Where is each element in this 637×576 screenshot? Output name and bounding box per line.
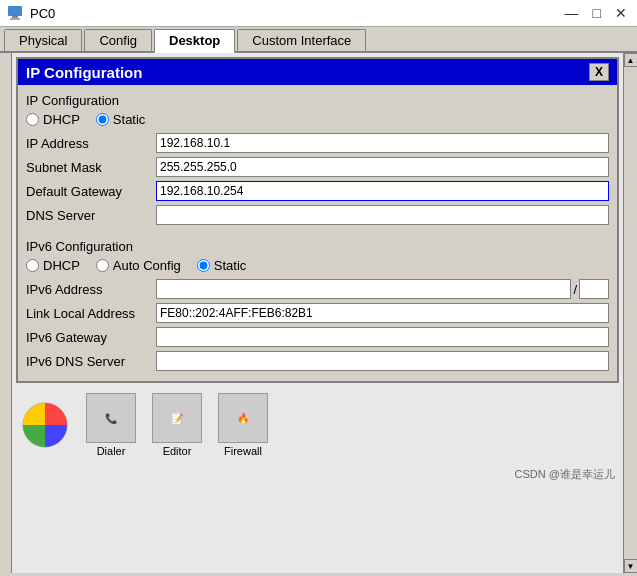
link-local-label: Link Local Address [26, 306, 156, 321]
tab-desktop[interactable]: Desktop [154, 29, 235, 53]
ipv6-static-radio-item[interactable]: Static [197, 258, 247, 273]
dns-server-label: DNS Server [26, 208, 156, 223]
main-content: IP Configuration X IP Configuration DHCP… [0, 53, 637, 573]
title-bar: PC0 — □ ✕ [0, 0, 637, 27]
ipv6-gateway-row: IPv6 Gateway [26, 327, 609, 347]
ipv6-section-label: IPv6 Configuration [26, 239, 609, 254]
subnet-mask-label: Subnet Mask [26, 160, 156, 175]
ipv6-auto-radio-item[interactable]: Auto Config [96, 258, 181, 273]
ipv6-dhcp-radio-item[interactable]: DHCP [26, 258, 80, 273]
tab-bar: Physical Config Desktop Custom Interface [0, 27, 637, 53]
editor-icon: 📝 [152, 393, 202, 443]
dhcp-label: DHCP [43, 112, 80, 127]
ipv6-gateway-label: IPv6 Gateway [26, 330, 156, 345]
default-gateway-row: Default Gateway [26, 181, 609, 201]
static-radio[interactable] [96, 113, 109, 126]
editor-icon-item[interactable]: 📝 Editor [152, 393, 202, 457]
tab-custom-interface[interactable]: Custom Interface [237, 29, 366, 51]
dialer-icon-item[interactable]: 📞 Dialer [86, 393, 136, 457]
ipv4-section-label: IP Configuration [26, 93, 609, 108]
ipv6-address-row: IPv6 Address / [26, 279, 609, 299]
ipv6-auto-radio[interactable] [96, 259, 109, 272]
dialog-close-button[interactable]: X [589, 63, 609, 81]
ipv6-address-label: IPv6 Address [26, 282, 156, 297]
ipv6-dns-input[interactable] [156, 351, 609, 371]
pie-chart-icon [20, 400, 70, 450]
ipv6-auto-label: Auto Config [113, 258, 181, 273]
window-title: PC0 [30, 6, 55, 21]
default-gateway-input[interactable] [156, 181, 609, 201]
dialog-header: IP Configuration X [18, 59, 617, 85]
scroll-down-button[interactable]: ▼ [624, 559, 638, 573]
tab-config[interactable]: Config [84, 29, 152, 51]
ip-address-label: IP Address [26, 136, 156, 151]
dhcp-radio[interactable] [26, 113, 39, 126]
dialog-body: IP Configuration DHCP Static IP Address [18, 85, 617, 381]
ipv6-address-input[interactable] [156, 279, 571, 299]
ipv6-dns-server-row: IPv6 DNS Server [26, 351, 609, 371]
watermark: CSDN @谁是幸运儿 [12, 463, 623, 486]
ipv6-dhcp-radio[interactable] [26, 259, 39, 272]
right-scrollbar[interactable]: ▲ ▼ [623, 53, 637, 573]
ipv6-gateway-input[interactable] [156, 327, 609, 347]
ipv6-slash: / [573, 282, 577, 297]
dialer-label: Dialer [97, 445, 126, 457]
subnet-mask-row: Subnet Mask [26, 157, 609, 177]
ipv6-static-radio[interactable] [197, 259, 210, 272]
dialog-title: IP Configuration [26, 64, 142, 81]
firewall-icon: 🔥 [218, 393, 268, 443]
static-radio-item[interactable]: Static [96, 112, 146, 127]
scroll-track[interactable] [624, 67, 637, 559]
svg-rect-0 [8, 6, 22, 16]
dns-server-row: DNS Server [26, 205, 609, 225]
pie-chart-icon-item[interactable] [20, 400, 70, 450]
link-local-address-row: Link Local Address [26, 303, 609, 323]
ipv6-address-group: / [156, 279, 609, 299]
scroll-up-button[interactable]: ▲ [624, 53, 638, 67]
ipv6-static-label: Static [214, 258, 247, 273]
static-label: Static [113, 112, 146, 127]
dhcp-radio-item[interactable]: DHCP [26, 112, 80, 127]
ip-address-row: IP Address [26, 133, 609, 153]
dns-server-input[interactable] [156, 205, 609, 225]
ipv6-dhcp-label: DHCP [43, 258, 80, 273]
link-local-input[interactable] [156, 303, 609, 323]
firewall-label: Firewall [224, 445, 262, 457]
subnet-mask-input[interactable] [156, 157, 609, 177]
svg-rect-1 [12, 16, 18, 18]
ip-configuration-dialog: IP Configuration X IP Configuration DHCP… [16, 57, 619, 383]
close-button[interactable]: ✕ [611, 5, 631, 21]
ip-address-input[interactable] [156, 133, 609, 153]
firewall-icon-item[interactable]: 🔥 Firewall [218, 393, 268, 457]
maximize-button[interactable]: □ [589, 5, 605, 21]
ipv6-prefix-input[interactable] [579, 279, 609, 299]
ipv6-dns-label: IPv6 DNS Server [26, 354, 156, 369]
left-scroll [0, 53, 12, 573]
minimize-button[interactable]: — [561, 5, 583, 21]
default-gateway-label: Default Gateway [26, 184, 156, 199]
tab-physical[interactable]: Physical [4, 29, 82, 51]
ipv6-radio-row: DHCP Auto Config Static [26, 258, 609, 273]
pc-icon [6, 4, 24, 22]
ipv4-radio-row: DHCP Static [26, 112, 609, 127]
dialer-icon: 📞 [86, 393, 136, 443]
svg-rect-2 [10, 18, 20, 20]
bottom-icons-row: 📞 Dialer 📝 Editor 🔥 Firewall [12, 387, 623, 463]
content-panel: IP Configuration X IP Configuration DHCP… [12, 53, 623, 573]
editor-label: Editor [163, 445, 192, 457]
